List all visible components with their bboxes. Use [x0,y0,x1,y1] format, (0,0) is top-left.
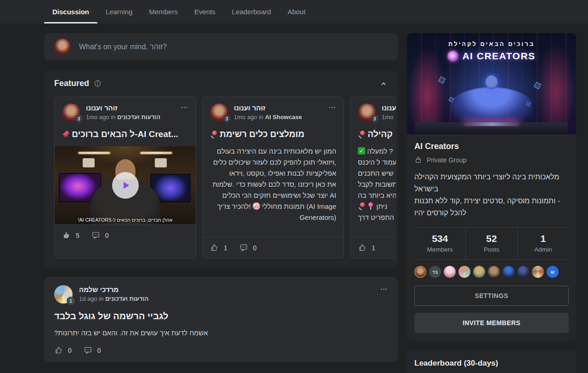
post-footer: 1 0 [203,237,344,258]
leaderboard-card: Leaderboard (30-days) [407,350,576,373]
member-avatar[interactable] [488,266,500,278]
tab-learning[interactable]: Learning [97,0,141,23]
featured-card-header: 3 זוהר וענונו 1mo ago in AI Showcase ••• [210,103,336,122]
group-cover-image: ברוכים הבאים לקהילת AI CREATORS [407,33,576,134]
speaker [83,158,95,167]
featured-card-clipped: 3 זוהר וענונו 1mo קהילה למעלה ? היכנס ל … [350,97,396,258]
settings-button[interactable]: SETTINGS [414,286,569,306]
info-icon[interactable] [94,80,102,87]
author-avatar[interactable]: 3 [62,103,80,122]
group-description: הקהילה המקצועית ביותר ליוצרי בינה מלאכות… [414,171,569,219]
cover-brand: AI CREATORS [407,51,576,62]
stat-members[interactable]: 534 Members [414,228,465,259]
member-avatar[interactable] [473,266,485,278]
stat-value: 52 [466,233,517,244]
like-button[interactable]: 1 [210,243,227,252]
post-body: אשמח לדעת איך עושים את זה. והאם יש בזה י… [54,329,388,337]
post-title[interactable]: לגביי הרשמה של גוגל בלבד [54,311,388,321]
sidebar: ברוכים הבאים לקהילת AI CREATORS AI Creat… [407,33,576,373]
post-title[interactable]: קהילה [358,128,396,140]
member-avatar[interactable] [517,266,529,278]
body-line: לקבל תשובות [358,179,396,190]
main-column: What's on your mind, זוהר? Featured [44,33,398,362]
featured-title: Featured [54,79,89,88]
invite-members-button[interactable]: INVITE MEMBERS [414,313,569,333]
post-menu-icon[interactable]: ••• [381,285,388,292]
tab-leaderboard[interactable]: Leaderboard [224,0,279,23]
author-name[interactable]: מרדכי שלמה [79,285,148,294]
featured-card-tools: 3 זוהר וענונו 1mo ago in AI Showcase •••… [202,97,344,258]
cover-brand-text: AI CREATORS [462,51,535,62]
comment-icon [84,346,92,355]
body-line: התכנים שיש [358,168,396,179]
level-badge: 3 [371,115,379,123]
video-caption: אהלן חברים, ברוכים הבאים ל-AI CREATORS! [54,217,196,223]
featured-card-header: 3 זוהר וענונו 1mo [358,103,396,122]
post-age: 1mo ago in [234,114,263,121]
author-avatar[interactable]: 3 [210,103,228,122]
member-avatar[interactable] [503,266,514,278]
pin-emoji [358,131,365,138]
featured-card-welcome: 3 זוהר וענונו 1mo ago in הודעות ועדכונים… [54,97,196,258]
pin-emoji [210,131,217,138]
body-line: בה ביותר היא [358,190,396,201]
member-avatar[interactable] [458,266,470,278]
level-badge: 3 [223,115,231,123]
tab-events[interactable]: Events [186,0,224,23]
like-button[interactable]: 1 [358,243,375,252]
cover-welcome-text: ברוכים הבאים לקהילת [407,40,576,47]
post-menu-icon[interactable]: ••• [181,103,188,110]
author-avatar[interactable]: 3 [358,103,376,122]
member-avatar[interactable] [444,266,456,278]
post-meta: 1mo ago in AI Showcase [234,114,302,121]
member-avatar[interactable] [532,266,544,278]
member-avatar[interactable] [414,266,426,278]
body-line: היכנס ל עמוד [358,157,396,168]
space-name[interactable]: הודעות ועדכונים [117,114,160,121]
like-button[interactable]: 5 [62,231,79,240]
comment-button[interactable]: 0 [91,231,109,240]
like-count: 1 [224,244,227,252]
stat-label: Admin [518,246,569,253]
speaker [155,158,167,167]
tab-about[interactable]: About [279,0,314,23]
composer-placeholder[interactable]: What's on your mind, זוהר? [79,43,167,51]
post-meta: 1d ago in הודעות ועדכונים [79,295,148,302]
featured-card-header: 3 זוהר וענונו 1mo ago in הודעות ועדכונים… [62,103,188,122]
group-stats: 534 Members 52 Posts 1 Admin [414,227,569,260]
post-title[interactable]: רשימת כלים מומלצים [210,128,336,140]
post-title[interactable]: ברוכים הבאים ל-AI Creat... [62,128,188,140]
author-name[interactable]: זוהר וענונו [86,103,160,112]
stat-posts[interactable]: 52 Posts [465,228,517,259]
post-footer: 5 0 [55,224,196,246]
tab-members[interactable]: Members [141,0,186,23]
thumbs-up-icon [62,231,71,240]
space-name[interactable]: AI Showcase [265,114,302,121]
member-avatar[interactable]: בד [429,266,441,278]
featured-carousel: 3 זוהר וענונו 1mo ago in הודעות ועדכונים… [54,97,396,258]
pin-emoji [358,202,365,210]
author-name[interactable]: זוהר וענונו [382,103,396,112]
stat-admins[interactable]: 1 Admin [517,228,569,259]
like-button[interactable]: 0 [54,346,72,355]
author-name[interactable]: זוהר וענונו [234,103,302,112]
group-info-card: ברוכים הבאים לקהילת AI CREATORS AI Creat… [407,33,576,341]
post-menu-icon[interactable]: ••• [329,103,336,110]
post-footer: 0 0 [54,346,388,355]
tab-discussion[interactable]: Discussion [44,0,97,23]
leaderboard-title: Leaderboard (30-days) [414,359,569,368]
chevron-up-icon[interactable] [379,80,388,88]
post-composer[interactable]: What's on your mind, זוהר? [44,33,398,60]
author-avatar[interactable]: 1 [54,285,73,304]
cover-keyboard [464,122,519,126]
play-button[interactable] [112,172,139,199]
level-badge: 3 [75,115,83,123]
studio-light [78,152,110,154]
comment-count: 0 [105,232,109,239]
space-name[interactable]: הודעות ועדכונים [105,295,148,302]
stat-label: Members [414,246,465,253]
member-avatar[interactable]: ש [547,266,559,278]
comment-button[interactable]: 0 [239,243,257,252]
feed-post: 1 מרדכי שלמה 1d ago in הודעות ועדכונים •… [44,277,398,362]
comment-button[interactable]: 0 [84,346,101,355]
